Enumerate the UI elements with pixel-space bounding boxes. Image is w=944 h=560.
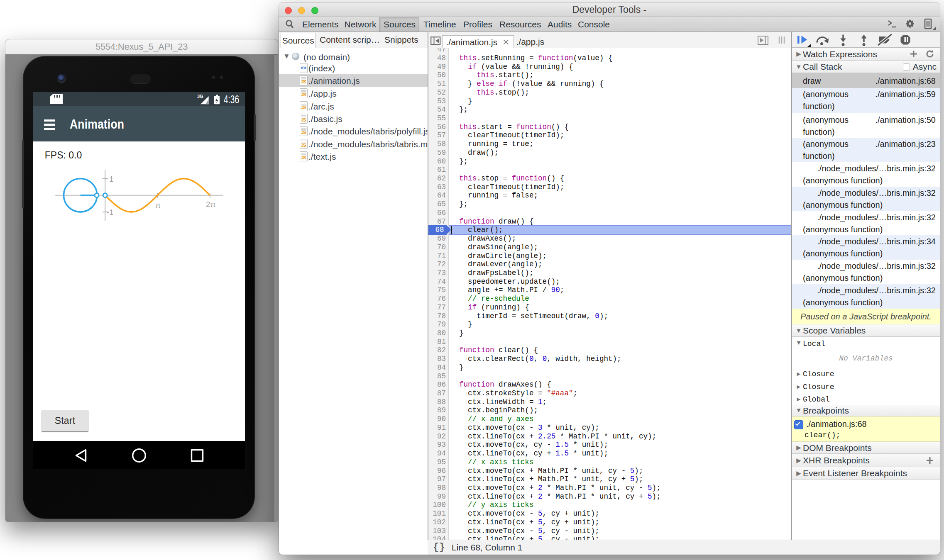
svg-text:π: π (155, 201, 161, 209)
svg-text:2π: 2π (206, 200, 216, 209)
svg-text:1: 1 (109, 175, 114, 183)
svg-text:-1: -1 (107, 208, 114, 217)
